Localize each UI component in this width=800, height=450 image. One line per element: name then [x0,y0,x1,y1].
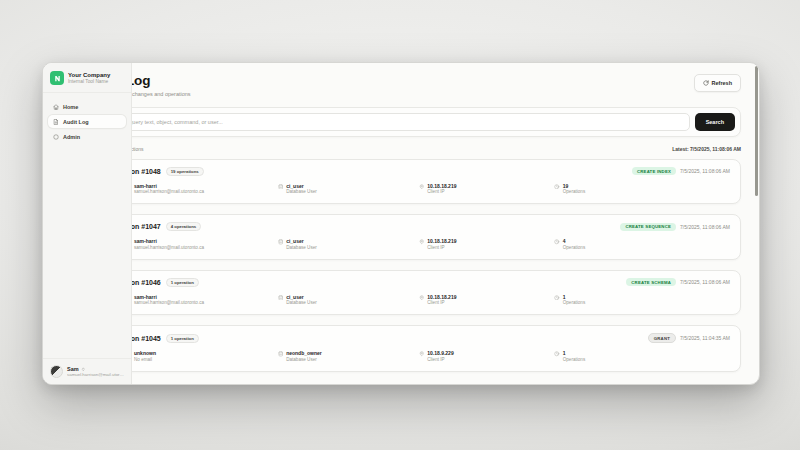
user-email: samuel.harrison@mail.utoronto.ca [67,372,124,377]
transaction-card[interactable]: Transaction #1048 19 operations CREATE I… [89,159,741,204]
operations-count-badge: 19 operations [166,167,204,176]
transaction-timestamp: 7/5/2025, 11:08:06 AM [680,224,730,230]
sidebar-nav: Home Audit Log Admin [43,93,131,143]
sidebar-item-label: Home [63,104,78,110]
refresh-button[interactable]: Refresh [694,74,741,92]
transaction-header: Transaction #1046 1 operation CREATE SCH… [100,278,730,287]
db-user-label: Database User [286,189,317,195]
database-icon [278,184,284,190]
client-ip-label: Client IP [427,357,453,363]
refresh-icon [703,80,709,86]
transaction-details: unknown No email neondb_owner Database U… [100,350,730,362]
detail-db-user: ci_user Database User [278,238,419,250]
user-info: Sam samuel.harrison@mail.utoronto.ca [67,366,124,378]
clock-icon [554,295,560,301]
operations-label: Operations [563,245,585,251]
sidebar-item-label: Audit Log [63,119,89,125]
transaction-card[interactable]: Transaction #1046 1 operation CREATE SCH… [89,270,741,315]
sidebar-header[interactable]: Your Company Internal Tool Name [43,63,131,93]
transaction-header: Transaction #1045 1 operation GRANT 7/5/… [100,333,730,343]
user-email: samuel.harrison@mail.utoronto.ca [134,189,204,195]
command-badge: GRANT [648,333,676,343]
circle-icon [53,134,59,140]
refresh-label: Refresh [712,80,732,86]
client-ip-label: Client IP [427,245,456,251]
operations-label: Operations [563,189,585,195]
database-icon [278,295,284,301]
user-email: samuel.harrison@mail.utoronto.ca [134,300,204,306]
client-ip-label: Client IP [427,189,456,195]
detail-operations: 1 Operations [554,350,730,362]
user-menu[interactable]: Sam samuel.harrison@mail.utoronto.ca [43,358,131,384]
transaction-timestamp: 7/5/2025, 11:04:35 AM [680,335,730,341]
map-pin-icon [419,351,425,357]
sidebar-item-label: Admin [63,134,80,140]
map-pin-icon [419,295,425,301]
sidebar-item-home[interactable]: Home [48,100,126,113]
clock-icon [554,184,560,190]
detail-operations: 19 Operations [554,183,730,195]
detail-client-ip: 10.18.18.219 Client IP [419,294,554,306]
db-user-label: Database User [286,300,317,306]
transaction-header: Transaction #1048 19 operations CREATE I… [100,167,730,176]
search-button[interactable]: Search [695,113,735,131]
db-user-value: neondb_owner [286,350,322,357]
file-text-icon [53,119,59,125]
sidebar: Your Company Internal Tool Name Home Aud… [43,63,132,384]
transaction-details: sam-harri samuel.harrison@mail.utoronto.… [100,183,730,195]
user-name: Sam [67,366,79,373]
sidebar-item-admin[interactable]: Admin [48,130,126,143]
map-pin-icon [419,184,425,190]
operations-count-badge: 1 operation [166,278,199,287]
clock-icon [554,239,560,245]
detail-client-ip: 10.18.18.219 Client IP [419,183,554,195]
search-bar: Search [89,107,741,137]
detail-db-user: ci_user Database User [278,294,419,306]
search-input[interactable] [95,113,690,131]
detail-client-ip: 10.18.9.229 Client IP [419,350,554,362]
detail-db-user: neondb_owner Database User [278,350,419,362]
company-subtitle: Internal Tool Name [68,79,110,85]
client-ip-value: 10.18.9.229 [427,350,453,357]
transaction-header: Transaction #1047 4 operations CREATE SE… [100,222,730,231]
client-ip-value: 10.18.18.219 [427,238,456,245]
app-window: Audit Log Track all schema changes and o… [42,62,760,385]
latest-timestamp: Latest: 7/5/2025, 11:08:06 AM [672,146,741,152]
database-icon [278,239,284,245]
company-name: Your Company [68,72,110,79]
home-icon [53,104,59,110]
clock-icon [554,351,560,357]
company-logo-icon [50,71,64,85]
database-icon [278,351,284,357]
detail-db-user: ci_user Database User [278,183,419,195]
transaction-timestamp: 7/5/2025, 11:08:06 AM [680,279,730,285]
transaction-card[interactable]: Transaction #1047 4 operations CREATE SE… [89,214,741,259]
company-block: Your Company Internal Tool Name [68,72,110,84]
transaction-timestamp: 7/5/2025, 11:08:06 AM [680,168,730,174]
avatar [50,365,63,378]
user-email: samuel.harrison@mail.utoronto.ca [134,245,204,251]
db-user-label: Database User [286,357,322,363]
db-user-label: Database User [286,245,317,251]
main-content: Audit Log Track all schema changes and o… [73,63,755,384]
detail-operations: 1 Operations [554,294,730,306]
operations-count-badge: 4 operations [166,222,202,231]
command-badge: CREATE INDEX [632,167,676,175]
transaction-details: sam-harri samuel.harrison@mail.utoronto.… [100,238,730,250]
page-header: Audit Log Track all schema changes and o… [89,74,741,97]
detail-operations: 4 Operations [554,238,730,250]
map-pin-icon [419,239,425,245]
list-header: Showing 50 transactions Latest: 7/5/2025… [89,146,741,152]
scrollbar-thumb[interactable] [755,66,758,196]
client-ip-label: Client IP [427,300,456,306]
transaction-list: Transaction #1048 19 operations CREATE I… [89,159,741,372]
operations-count-badge: 1 operation [166,334,199,343]
command-badge: CREATE SEQUENCE [620,223,676,231]
operations-label: Operations [563,357,585,363]
sidebar-item-audit-log[interactable]: Audit Log [48,115,126,128]
chevron-selector-icon [81,367,86,372]
transaction-card[interactable]: Transaction #1045 1 operation GRANT 7/5/… [89,325,741,371]
detail-client-ip: 10.18.18.219 Client IP [419,238,554,250]
operations-label: Operations [563,300,585,306]
command-badge: CREATE SCHEMA [626,278,676,286]
